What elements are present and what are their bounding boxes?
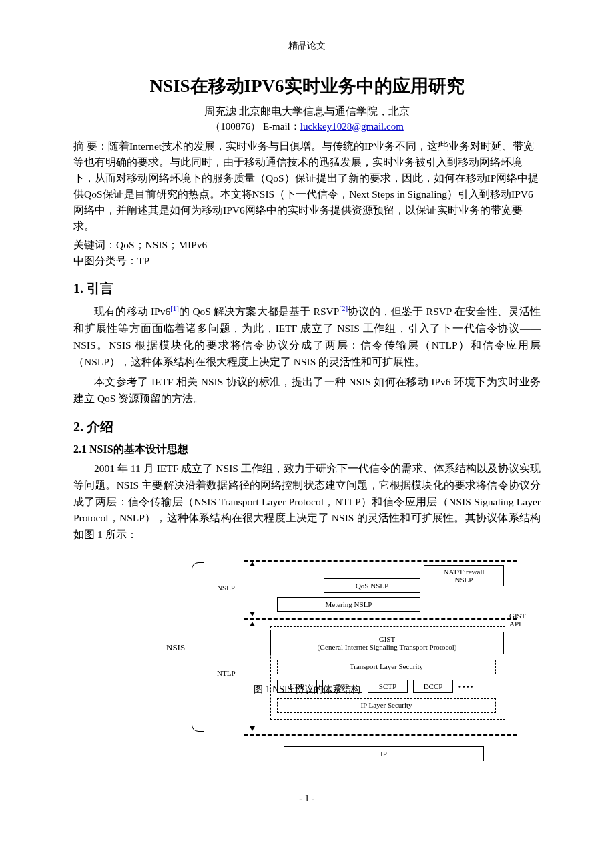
paper-title: NSIS在移动IPV6实时业务中的应用研究 <box>73 74 541 98</box>
box-ip: IP <box>284 746 484 761</box>
affiliation-line: （100876） E-mail：luckkey1028@gmail.com <box>73 120 541 133</box>
abstract-label: 摘 要： <box>73 140 108 152</box>
header-rule <box>73 55 541 55</box>
arrow-ntlp <box>252 622 252 730</box>
label-gist-api: GIST API <box>509 612 525 628</box>
layer-divider-bot <box>244 734 517 736</box>
s1p1a: 现有的移动 IPv6 <box>94 306 170 317</box>
box-metering-nslp: Metering NSLP <box>277 597 420 612</box>
keywords-body: QoS；NSIS；MIPv6 <box>116 239 207 250</box>
keywords-label: 关键词： <box>73 239 116 250</box>
box-gist: GIST (General Internet Signaling Transpo… <box>270 632 504 654</box>
citation-1[interactable]: [1] <box>170 304 179 312</box>
label-nsis: NSIS <box>166 642 185 653</box>
keywords: 关键词：QoS；NSIS；MIPv6 <box>73 237 541 253</box>
section-1-heading: 1. 引言 <box>73 280 541 298</box>
email-link[interactable]: luckkey1028@gmail.com <box>300 121 404 132</box>
figure-1-caption: 图 1 NSIS 协议的体系结构 <box>73 684 541 696</box>
figure-1: NSIS NSLP NTLP GIST API NAT/Firewall NSL… <box>73 560 541 773</box>
affil-prefix: （100876） E-mail： <box>210 121 300 132</box>
page-number: - 1 - <box>73 793 541 804</box>
brace-icon <box>192 562 204 732</box>
section-2-1-heading: 2.1 NSIS的基本设计思想 <box>73 443 541 457</box>
box-tls: Transport Layer Security <box>277 660 496 674</box>
clc-label: 中图分类号： <box>73 255 137 266</box>
arrow-nslp <box>252 562 252 616</box>
label-nslp: NSLP <box>217 584 235 592</box>
box-ils: IP Layer Security <box>277 698 496 713</box>
abstract: 摘 要：随着Internet技术的发展，实时业务与日俱增。与传统的IP业务不同，… <box>73 138 541 234</box>
layer-divider-top <box>244 560 517 562</box>
page: 精品论文 NSIS在移动IPV6实时业务中的应用研究 周充滤 北京邮电大学信息与… <box>0 0 614 831</box>
layer-divider-mid <box>244 618 517 620</box>
clc: 中图分类号：TP <box>73 253 541 269</box>
clc-body: TP <box>137 255 149 266</box>
section-1-p2: 本文参考了 IETF 相关 NSIS 协议的标准，提出了一种 NSIS 如何在移… <box>73 374 541 407</box>
author-line: 周充滤 北京邮电大学信息与通信学院，北京 <box>73 105 541 119</box>
running-header: 精品论文 <box>73 40 541 52</box>
abstract-body: 随着Internet技术的发展，实时业务与日俱增。与传统的IP业务不同，这些业务… <box>73 140 539 232</box>
section-2-1-p1: 2001 年 11 月 IETF 成立了 NSIS 工作组，致力于研究下一代信令… <box>73 461 541 544</box>
section-2-heading: 2. 介绍 <box>73 418 541 436</box>
s1p1b: 的 QoS 解决方案大都是基于 RSVP <box>179 306 339 317</box>
figure-1-diagram: NSIS NSLP NTLP GIST API NAT/Firewall NSL… <box>190 560 517 767</box>
label-ntlp: NTLP <box>217 669 236 677</box>
box-qos-nslp: QoS NSLP <box>324 578 420 593</box>
citation-2[interactable]: [2] <box>339 304 348 312</box>
box-nat-firewall-nslp: NAT/Firewall NSLP <box>424 565 504 586</box>
section-1-p1: 现有的移动 IPv6[1]的 QoS 解决方案大都是基于 RSVP[2]协议的，… <box>73 303 541 370</box>
